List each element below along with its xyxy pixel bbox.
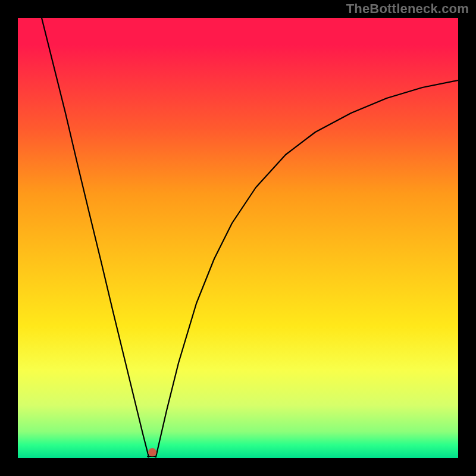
chart-frame: TheBottleneck.com <box>0 0 476 476</box>
plot-area <box>18 18 458 458</box>
watermark-text: TheBottleneck.com <box>346 1 469 17</box>
bottleneck-marker-dot <box>148 448 156 456</box>
bottleneck-curve <box>18 18 458 458</box>
